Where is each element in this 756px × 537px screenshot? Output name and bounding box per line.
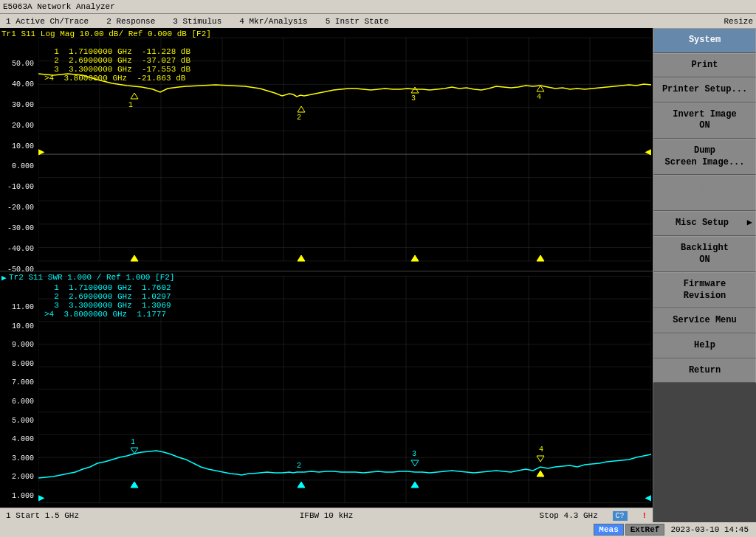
chart2-marker1: 1 1.7100000 GHz 1.7602 [44, 283, 171, 292]
chart2-marker3: 3 3.3000000 GHz 1.3069 [44, 301, 171, 310]
trace1-header: Tr1 S11 Log Mag 10.00 dB/ Ref 0.000 dB [… [1, 30, 211, 38]
marker3-bottom [411, 255, 419, 261]
status-bar: 1 Start 1.5 GHz IFBW 10 kHz Stop 4.3 GHz… [0, 507, 653, 522]
menu-stimulus[interactable]: 3 Stimulus [170, 17, 224, 26]
sidebar-print[interactable]: Print [653, 53, 756, 78]
sidebar-return[interactable]: Return [653, 358, 756, 384]
chart2-marker2-bottom [298, 482, 305, 488]
marker1-label: 1 [128, 101, 133, 109]
marker4-info: >4 3.8000000 GHz -21.863 dB [44, 74, 190, 83]
chart2-y-axis: 11.00 10.00 9.000 8.000 7.000 6.000 5.00… [0, 282, 37, 507]
title-bar: E5063A Network Analyzer [0, 0, 756, 13]
marker2-bottom [298, 255, 305, 261]
marker2-label: 2 [297, 114, 301, 122]
status-ifbw: IFBW 10 kHz [218, 511, 436, 520]
sidebar-printer-setup[interactable]: Printer Setup... [653, 77, 756, 103]
ref-arrow-left-1: ▶ [38, 145, 44, 158]
marker4-label: 4 [537, 93, 541, 101]
menu-mkr-analysis[interactable]: 4 Mkr/Analysis [236, 17, 310, 26]
trace2-active-indicator: ▶ [1, 273, 7, 283]
extref-badge: ExtRef [625, 524, 665, 536]
chart2-marker1-bottom [131, 482, 138, 488]
marker4-bottom [537, 255, 544, 261]
chart2-marker3-label: 3 [412, 450, 416, 458]
sidebar-invert-image[interactable]: Invert Image ON [653, 103, 756, 139]
sidebar-system[interactable]: System [653, 28, 756, 53]
chart-area: Tr1 S11 Log Mag 10.00 dB/ Ref 0.000 dB [… [0, 28, 653, 522]
marker3-triangle [411, 87, 419, 93]
menu-active-ch[interactable]: 1 Active Ch/Trace [3, 17, 92, 26]
sidebar-help[interactable]: Help [653, 333, 756, 358]
chart2-marker3-trace [411, 460, 419, 466]
chart1-container: Tr1 S11 Log Mag 10.00 dB/ Ref 0.000 dB [… [0, 28, 653, 271]
chart2-marker1-label: 1 [131, 438, 135, 446]
meas-badge[interactable]: Meas [594, 524, 623, 536]
sidebar-usb-switch[interactable]: USB Switch Setup ▶ [653, 175, 756, 211]
status-stop: Stop 4.3 GHz C? ! [435, 511, 653, 520]
marker3-info: 3 3.3000000 GHz -17.553 dB [44, 65, 190, 74]
sidebar-firmware[interactable]: Firmware Revision [653, 272, 756, 308]
sidebar-misc-setup[interactable]: Misc Setup ▶ [653, 211, 756, 236]
chart1-y-axis: 50.00 40.00 30.00 20.00 10.00 0.000 -10.… [0, 38, 37, 281]
channel-badge: C? [613, 511, 628, 521]
chart2-marker3-bottom [411, 482, 419, 488]
marker1-triangle [131, 93, 138, 99]
marker1-info: 1 1.7100000 GHz -11.228 dB [44, 47, 190, 56]
chart2-marker2-label: 2 [297, 462, 301, 470]
chart2-container: ▶ Tr2 S11 SWR 1.000 / Ref 1.000 [F2] 1 1… [0, 271, 653, 507]
menu-response[interactable]: 2 Response [103, 17, 158, 26]
app-title: E5063A Network Analyzer [3, 2, 115, 11]
usb-arrow-icon: ▶ [747, 193, 752, 205]
marker2-info: 2 2.6900000 GHz -37.027 dB [44, 56, 190, 65]
sidebar-dump-screen[interactable]: Dump Screen Image... [653, 139, 756, 175]
sidebar: System Print Printer Setup... Invert Ima… [653, 28, 756, 522]
chart2-markers: 1 1.7100000 GHz 1.7602 2 2.6900000 GHz 1… [44, 283, 171, 319]
chart2-marker4: >4 3.8000000 GHz 1.1777 [44, 310, 171, 319]
sidebar-service-menu[interactable]: Service Menu [653, 308, 756, 333]
menu-bar: 1 Active Ch/Trace 2 Response 3 Stimulus … [0, 13, 756, 28]
marker2-triangle [298, 106, 305, 112]
resize-btn[interactable]: Resize [724, 17, 753, 26]
marker1-bottom [131, 255, 138, 261]
main-layout: Tr1 S11 Log Mag 10.00 dB/ Ref 0.000 dB [… [0, 28, 756, 522]
marker3-label: 3 [411, 94, 416, 103]
menu-instr-state[interactable]: 5 Instr State [323, 17, 392, 26]
chart2-marker2: 2 2.6900000 GHz 1.0297 [44, 292, 171, 301]
chart2-marker4-bottom [537, 471, 544, 477]
ref-arrow-right-2: ◀ [645, 491, 651, 504]
ref-arrow-right-1: ◀ [645, 145, 651, 158]
ref-arrow-left-2: ▶ [38, 491, 44, 504]
misc-arrow-icon: ▶ [747, 218, 752, 229]
bottom-bar: Meas ExtRef 2023-03-10 14:45 [0, 522, 756, 537]
status-start: 1 Start 1.5 GHz [0, 511, 218, 520]
chart1-markers: 1 1.7100000 GHz -11.228 dB 2 2.6900000 G… [44, 47, 190, 83]
chart2-marker4-label: 4 [539, 446, 543, 454]
datetime-display: 2023-03-10 14:45 [666, 524, 753, 535]
chart2-marker4-trace [537, 456, 544, 462]
sidebar-backlight[interactable]: Backlight ON [653, 236, 756, 272]
error-badge: ! [642, 511, 647, 520]
trace2-header: Tr2 S11 SWR 1.000 / Ref 1.000 [F2] [9, 273, 174, 282]
